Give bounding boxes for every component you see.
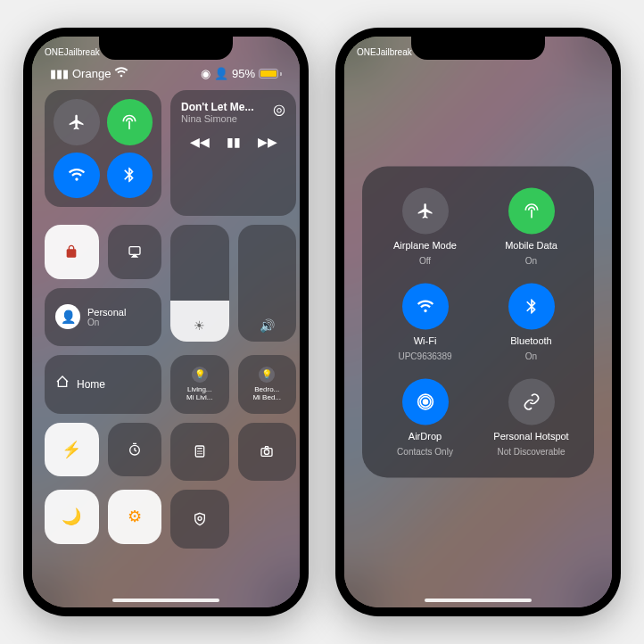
shield-button[interactable] [170, 490, 229, 549]
bluetooth-item[interactable]: Bluetooth On [483, 284, 580, 361]
battery-icon [259, 69, 282, 78]
home-indicator[interactable] [112, 599, 219, 602]
svg-point-6 [423, 400, 427, 404]
antenna-icon [508, 188, 555, 235]
mobile-data-toggle[interactable] [107, 99, 153, 145]
notch [99, 37, 233, 60]
mobile-data-item[interactable]: Mobile Data On [483, 188, 580, 266]
screen: ONEJailbreak ▮▮▮ Orange ◉ 👤 95% [32, 37, 300, 607]
airplane-toggle[interactable] [54, 99, 100, 145]
bulb-icon: 💡 [259, 367, 275, 383]
flashlight-toggle[interactable]: ⚡ [45, 423, 99, 477]
brightness-icon: ☀ [194, 318, 205, 333]
home-label: Home [77, 378, 105, 391]
connectivity-tile[interactable] [45, 90, 161, 207]
device-bedroom[interactable]: 💡 Bedro... Mi Bed... [238, 355, 297, 414]
next-button[interactable]: ▶▶ [258, 135, 277, 149]
control-center: Don't Let Me... Nina Simone ◎ ◀◀ ▮▮ ▶▶ [45, 90, 287, 590]
bulb-icon: 💡 [192, 367, 208, 383]
phone-right: ONEJailbreak Airplane Mode Off Mobile Da… [335, 28, 621, 616]
airplay-icon[interactable]: ◎ [273, 101, 285, 118]
bluetooth-toggle[interactable] [107, 153, 153, 199]
media-title: Don't Let Me... [181, 101, 254, 113]
volume-icon: 🔊 [260, 318, 275, 333]
device-sub: Mi Bed... [252, 394, 281, 402]
calculator-button[interactable] [170, 423, 229, 482]
person-icon: 👤 [55, 304, 80, 329]
focus-status: On [87, 318, 126, 327]
watermark-label: ONEJailbreak [45, 47, 100, 57]
airplane-icon [402, 188, 449, 235]
svg-point-4 [265, 450, 269, 454]
airplane-item[interactable]: Airplane Mode Off [376, 188, 474, 266]
low-power-toggle[interactable]: ⚙ [108, 490, 162, 544]
bluetooth-icon [508, 284, 555, 330]
signal-icon: ▮▮▮ [50, 67, 69, 80]
carrier-label: Orange [72, 67, 111, 80]
home-indicator[interactable] [425, 599, 532, 602]
notch [411, 37, 545, 60]
svg-point-5 [198, 516, 202, 520]
connectivity-expanded: Airplane Mode Off Mobile Data On Wi-Fi U… [362, 167, 594, 478]
timer-button[interactable] [108, 423, 162, 477]
screen-mirror-button[interactable] [108, 225, 162, 279]
status-bar: ▮▮▮ Orange ◉ 👤 95% [32, 65, 300, 82]
home-icon [55, 375, 70, 393]
screen: ONEJailbreak Airplane Mode Off Mobile Da… [344, 37, 612, 607]
focus-tile[interactable]: 👤 Personal On [45, 288, 161, 347]
wifi-icon [402, 284, 449, 330]
pause-button[interactable]: ▮▮ [227, 135, 241, 149]
watermark-label: ONEJailbreak [357, 47, 412, 57]
svg-rect-0 [129, 247, 140, 255]
orientation-lock-toggle[interactable] [45, 225, 99, 279]
camera-button[interactable] [238, 423, 297, 482]
hotspot-item[interactable]: Personal Hotspot Not Discoverable [483, 379, 580, 457]
focus-label: Personal [87, 307, 126, 318]
prev-button[interactable]: ◀◀ [190, 135, 210, 149]
phone-left: ONEJailbreak ▮▮▮ Orange ◉ 👤 95% [23, 28, 309, 616]
media-artist: Nina Simone [181, 113, 254, 124]
dnd-toggle[interactable]: 🌙 [45, 490, 99, 544]
volume-slider[interactable]: 🔊 [238, 225, 297, 342]
device-living[interactable]: 💡 Living... Mi Livi... [170, 355, 229, 414]
wifi-toggle[interactable] [54, 153, 100, 199]
person-icon: 👤 [214, 67, 228, 80]
wifi-icon [114, 65, 128, 82]
media-tile[interactable]: Don't Let Me... Nina Simone ◎ ◀◀ ▮▮ ▶▶ [170, 90, 296, 216]
brightness-slider[interactable]: ☀ [170, 225, 229, 342]
home-tile[interactable]: Home [45, 355, 161, 414]
link-icon [508, 379, 555, 425]
wifi-item[interactable]: Wi-Fi UPC9636389 [376, 284, 474, 361]
airdrop-item[interactable]: AirDrop Contacts Only [376, 379, 474, 457]
battery-pct: 95% [232, 67, 255, 80]
airdrop-icon [402, 379, 449, 425]
focus-indicator-icon: ◉ [201, 67, 211, 80]
device-sub: Mi Livi... [186, 394, 212, 402]
